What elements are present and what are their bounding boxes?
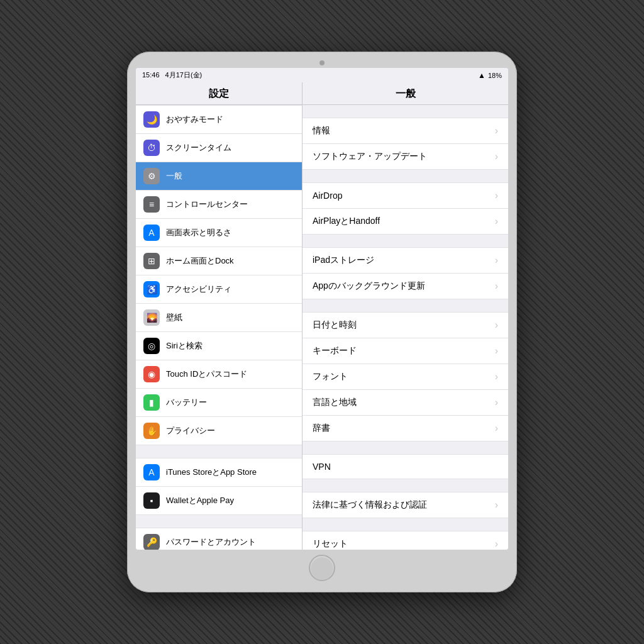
reset-group: リセット › [303,531,508,550]
vpn-label: VPN [313,462,331,472]
chevron-icon-3-3: › [495,397,498,408]
sidebar-item-donotdisturb[interactable]: 🌙おやすみモード [136,105,302,134]
legal-group: 法律に基づく情報および認証 › [303,492,508,518]
chevron-icon-1-0: › [495,190,498,201]
right-item-label-3-4: 辞書 [313,423,330,434]
right-group-1: AirDrop›AirPlayとHandoff› [303,182,508,235]
password-icon: 🔑 [143,534,160,550]
wallet-icon: ▪ [143,492,160,509]
reset-item[interactable]: リセット › [303,531,508,550]
sidebar-item-general[interactable]: ⚙一般 [136,162,302,191]
home-button-area [136,550,508,584]
general-icon: ⚙ [143,168,160,184]
sidebar-item-screentime[interactable]: ⏱スクリーンタイム [136,134,302,162]
sidebar-item-home[interactable]: ⊞ホーム画面とDock [136,247,302,275]
sidebar-label-touchid: Touch IDとパスコード [166,369,247,380]
sidebar-label-itunes: iTunes StoreとApp Store [166,467,257,478]
sidebar-label-wallpaper: 壁紙 [166,312,182,323]
front-camera [319,60,325,65]
general-title: 一般 [303,82,508,105]
privacy-icon: ✋ [143,423,160,439]
home-button[interactable] [309,555,335,581]
right-item-1-1[interactable]: AirPlayとHandoff› [303,209,508,235]
right-item-1-0[interactable]: AirDrop› [303,182,508,209]
wifi-icon: ▲ [478,71,486,80]
sidebar-item-touchid[interactable]: ◉Touch IDとパスコード [136,360,302,389]
status-indicators: ▲ 18% [478,71,502,80]
sidebar-label-privacy: プライバシー [166,425,215,436]
sidebar-label-donotdisturb: おやすみモード [166,114,223,125]
home-icon: ⊞ [143,253,160,269]
chevron-icon-2-1: › [495,280,498,292]
sidebar-item-accessibility[interactable]: ♿アクセシビリティ [136,275,302,304]
right-group-3: 日付と時刻›キーボード›フォント›言語と地域›辞書› [303,312,508,441]
right-item-3-1[interactable]: キーボード› [303,338,508,364]
display-icon: A [143,225,160,241]
screentime-icon: ⏱ [143,140,160,156]
status-date: 4月17日(金) [165,71,203,79]
ipad-screen: 15:46 4月17日(金) ▲ 18% 設定 🌙おやすみモード⏱スクリーンタイ… [136,68,508,550]
chevron-icon-0-0: › [495,125,498,136]
sidebar-label-accessibility: アクセシビリティ [166,284,231,295]
right-item-0-0[interactable]: 情報› [303,118,508,144]
sidebar-label-control: コントロールセンター [166,199,248,210]
siri-icon: ◎ [143,338,160,354]
right-item-label-0-1: ソフトウェア・アップデート [313,151,427,162]
chevron-icon-3-1: › [495,345,498,357]
sidebar-label-siri: Siriと検索 [166,340,203,352]
right-item-label-3-0: 日付と時刻 [313,319,357,331]
chevron-icon-1-1: › [495,216,498,227]
right-item-label-3-1: キーボード [313,345,357,357]
chevron-icon-3-0: › [495,319,498,331]
settings-list: 🌙おやすみモード⏱スクリーンタイム⚙一般≡コントロールセンターA画面表示と明るさ… [136,105,302,550]
accessibility-icon: ♿ [143,281,160,297]
legal-label: 法律に基づく情報および認証 [313,499,427,511]
right-item-label-1-1: AirPlayとHandoff [313,216,380,227]
touchid-icon: ◉ [143,366,160,382]
status-time-date: 15:46 4月17日(金) [142,70,202,80]
reset-chevron: › [495,538,498,550]
right-item-label-2-0: iPadストレージ [313,255,374,266]
legal-chevron: › [495,499,498,511]
sidebar-item-siri[interactable]: ◎Siriと検索 [136,332,302,360]
wallpaper-icon: 🌄 [143,309,160,326]
right-item-0-1[interactable]: ソフトウェア・アップデート› [303,144,508,170]
right-group-2: iPadストレージ›Appのバックグラウンド更新› [303,247,508,299]
chevron-icon-3-2: › [495,371,498,382]
donotdisturb-icon: 🌙 [143,111,160,128]
general-settings-pane: 一般 情報›ソフトウェア・アップデート›AirDrop›AirPlayとHand… [303,82,508,550]
right-item-label-1-0: AirDrop [313,191,342,201]
reset-label: リセット [313,538,348,550]
right-groups-container: 情報›ソフトウェア・アップデート›AirDrop›AirPlayとHandoff… [303,118,508,441]
right-item-3-2[interactable]: フォント› [303,364,508,390]
ipad-frame: 15:46 4月17日(金) ▲ 18% 設定 🌙おやすみモード⏱スクリーンタイ… [127,52,517,592]
settings-title: 設定 [136,82,302,105]
right-item-3-0[interactable]: 日付と時刻› [303,312,508,338]
itunes-icon: A [143,464,160,480]
sidebar-item-privacy[interactable]: ✋プライバシー [136,417,302,445]
chevron-icon-3-4: › [495,423,498,434]
sidebar-item-password[interactable]: 🔑パスワードとアカウント [136,528,302,550]
sidebar-label-battery: バッテリー [166,397,207,408]
battery-indicator: 18% [488,72,502,79]
vpn-item[interactable]: VPN [303,454,508,479]
sidebar-item-wallet[interactable]: ▪WalletとApple Pay [136,487,302,515]
right-item-2-0[interactable]: iPadストレージ› [303,247,508,274]
sidebar-item-battery[interactable]: ▮バッテリー [136,389,302,417]
sidebar-label-screentime: スクリーンタイム [166,142,231,153]
right-item-label-2-1: Appのバックグラウンド更新 [313,280,425,292]
legal-item[interactable]: 法律に基づく情報および認証 › [303,492,508,518]
control-icon: ≡ [143,196,160,213]
sidebar-item-control[interactable]: ≡コントロールセンター [136,191,302,219]
right-item-3-4[interactable]: 辞書› [303,416,508,441]
sidebar-item-itunes[interactable]: AiTunes StoreとApp Store [136,458,302,487]
right-item-label-0-0: 情報 [313,125,330,136]
sidebar-label-general: 一般 [166,170,182,182]
sidebar-item-display[interactable]: A画面表示と明るさ [136,219,302,247]
chevron-icon-2-0: › [495,255,498,266]
right-item-2-1[interactable]: Appのバックグラウンド更新› [303,274,508,299]
sidebar-item-wallpaper[interactable]: 🌄壁紙 [136,304,302,332]
right-group-0: 情報›ソフトウェア・アップデート› [303,118,508,170]
right-item-label-3-2: フォント [313,371,348,382]
right-item-3-3[interactable]: 言語と地域› [303,390,508,416]
